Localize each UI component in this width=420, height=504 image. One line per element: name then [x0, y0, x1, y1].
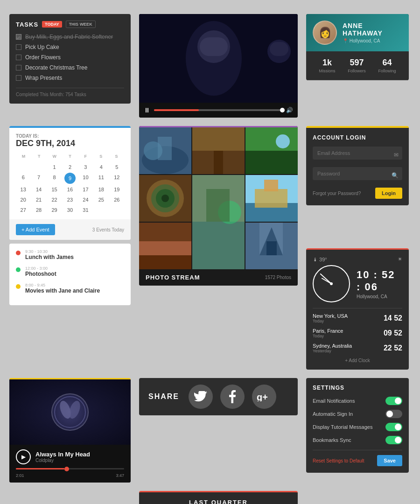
- calendar-day[interactable]: 17: [78, 185, 93, 194]
- profile-header: 👩 ANNE HATHAWAY 📍 Hollywood, CA: [306, 14, 409, 51]
- calendar-day[interactable]: 1: [47, 162, 62, 172]
- add-event-button[interactable]: + Add Event: [16, 224, 55, 235]
- calendar-day[interactable]: 20: [16, 195, 30, 204]
- play-button[interactable]: ▶: [16, 449, 31, 464]
- photo-cell-4[interactable]: [139, 175, 191, 222]
- task-item[interactable]: Pick Up Cake: [16, 44, 124, 50]
- video-progress[interactable]: [154, 109, 282, 111]
- setting-toggle[interactable]: [385, 423, 402, 431]
- svg-rect-13: [214, 151, 223, 174]
- calendar-day[interactable]: 18: [94, 185, 108, 194]
- task-item[interactable]: Decorate Christmas Tree: [16, 64, 124, 71]
- toggle-dot: [395, 424, 401, 430]
- calendar-grid: MTWTFSS 12345678910111213141516171819202…: [9, 152, 131, 219]
- calendar-day[interactable]: 29: [47, 205, 62, 215]
- video-progress-fill: [154, 109, 199, 111]
- email-wrapper: ✉: [313, 147, 402, 163]
- calendar-day[interactable]: 31: [78, 205, 93, 215]
- google-plus-button[interactable]: g+: [252, 385, 276, 409]
- calendar-day[interactable]: 2: [63, 162, 77, 172]
- photo-cell-3[interactable]: [245, 127, 298, 174]
- setting-item: Bookmarks Sync: [313, 436, 402, 444]
- calendar-day[interactable]: 16: [63, 185, 77, 194]
- calendar-day[interactable]: 24: [78, 195, 93, 204]
- photo-cell-7[interactable]: [139, 223, 191, 269]
- facebook-button[interactable]: [220, 385, 245, 409]
- volume-button[interactable]: 🔊: [286, 107, 293, 113]
- profile-stat: 597Followers: [348, 58, 366, 73]
- calendar-day[interactable]: 21: [31, 195, 46, 204]
- save-button[interactable]: Save: [377, 455, 402, 466]
- calendar-day[interactable]: 6: [16, 173, 30, 184]
- clock-face: [313, 265, 350, 302]
- badge-today[interactable]: TODAY: [42, 21, 62, 28]
- calendar-header: TODAY IS: DEC 9TH, 2014: [9, 128, 131, 152]
- calendar-day[interactable]: 22: [47, 195, 62, 204]
- calendar-day[interactable]: 19: [110, 185, 124, 194]
- stat-value: 1k: [319, 58, 335, 68]
- badge-week[interactable]: THIS WEEK: [66, 21, 96, 28]
- password-wrapper: 🔍: [313, 167, 402, 184]
- music-play-row: ▶ Always In My Head Coldplay: [16, 449, 124, 464]
- setting-toggle[interactable]: [385, 397, 402, 405]
- calendar-day[interactable]: 30: [63, 205, 77, 215]
- twitter-button[interactable]: [189, 385, 213, 409]
- calendar-day[interactable]: 14: [31, 185, 46, 194]
- calendar-day[interactable]: 15: [47, 185, 62, 194]
- email-input[interactable]: [313, 147, 402, 160]
- calendar-day[interactable]: 7: [31, 173, 46, 184]
- calendar-day[interactable]: 9: [64, 173, 76, 184]
- reset-settings-link[interactable]: Reset Settings to Default: [313, 458, 364, 463]
- chart-widget: LAST QUARTER 100K 80K 60K 40K 20K 10K 0: [139, 491, 298, 504]
- tasks-list: ✓Buy Milk, Eggs and Fabric SoftenerPick …: [16, 34, 124, 81]
- photo-cell-6[interactable]: [245, 175, 298, 222]
- calendar-day[interactable]: 28: [31, 205, 46, 215]
- photo-cell-8[interactable]: [245, 223, 298, 269]
- calendar-day[interactable]: 26: [110, 195, 124, 204]
- setting-toggle[interactable]: [385, 410, 402, 418]
- task-checkbox[interactable]: [16, 65, 21, 70]
- photo-cell-5[interactable]: [192, 175, 245, 269]
- calendar-day[interactable]: 25: [94, 195, 108, 204]
- setting-toggle[interactable]: [385, 436, 402, 444]
- calendar-day[interactable]: 11: [94, 173, 108, 184]
- location-text: Hollywood, CA: [350, 38, 380, 43]
- wc-sub: Today: [313, 334, 343, 338]
- task-checkbox[interactable]: [16, 44, 21, 50]
- calendar-day: [31, 162, 46, 172]
- calendar-day[interactable]: 10: [78, 173, 93, 184]
- task-checkbox[interactable]: ✓: [16, 34, 21, 40]
- calendar-day[interactable]: 12: [110, 173, 124, 184]
- video-frame[interactable]: [139, 14, 298, 103]
- calendar-day[interactable]: 23: [63, 195, 77, 204]
- photo-cell-1[interactable]: [139, 127, 191, 174]
- task-checkbox[interactable]: [16, 55, 21, 60]
- music-progress-bar[interactable]: [16, 468, 124, 469]
- calendar-widget: TODAY IS: DEC 9TH, 2014 MTWTFSS 12345678…: [9, 126, 131, 240]
- add-clock-button[interactable]: + Add Clock: [313, 358, 402, 363]
- calendar-day[interactable]: 5: [110, 162, 124, 172]
- calendar-day[interactable]: 27: [16, 205, 30, 215]
- task-item[interactable]: ✓Buy Milk, Eggs and Fabric Softener: [16, 34, 124, 40]
- password-input[interactable]: [313, 167, 402, 180]
- profile-location: 📍 Hollywood, CA: [343, 38, 402, 43]
- progress-dot: [280, 108, 285, 112]
- photo-cell-2[interactable]: [192, 127, 245, 174]
- calendar-day[interactable]: 4: [94, 162, 108, 172]
- photo-2: [192, 127, 245, 174]
- pause-button[interactable]: ⏸: [144, 106, 150, 114]
- task-checkbox[interactable]: [16, 75, 21, 81]
- calendar-day-name: T: [62, 152, 77, 161]
- calendar-day[interactable]: 13: [16, 185, 30, 194]
- event-dot: [16, 251, 21, 255]
- album-art: [51, 393, 89, 431]
- task-item[interactable]: Order Flowers: [16, 54, 124, 61]
- login-button[interactable]: Login: [375, 188, 402, 199]
- calendar-day[interactable]: 3: [78, 162, 93, 172]
- task-item[interactable]: Wrap Presents: [16, 75, 124, 81]
- events-count: 3 Events Today: [92, 227, 124, 232]
- music-controls: ▶ Always In My Head Coldplay 2:01 3:47: [9, 445, 131, 483]
- share-label: SHARE: [148, 392, 179, 401]
- calendar-day[interactable]: 8: [47, 173, 62, 184]
- forgot-password-link[interactable]: Forgot your Password?: [313, 191, 361, 196]
